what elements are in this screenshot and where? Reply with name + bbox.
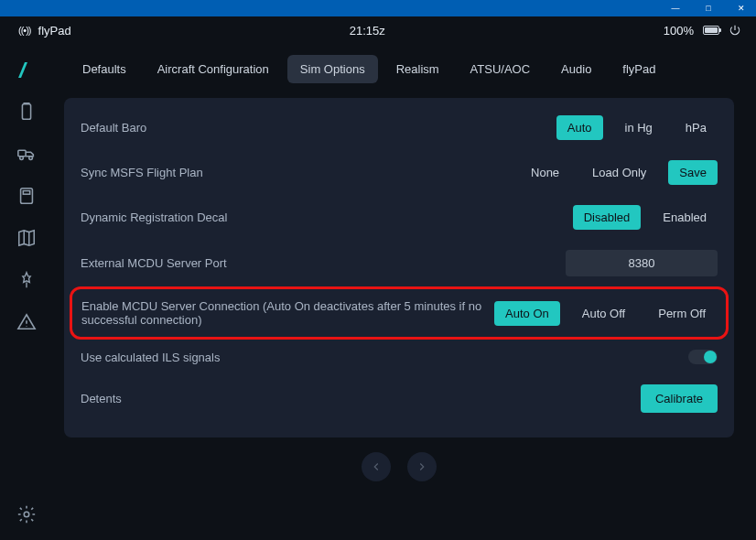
minimize-button[interactable]: —: [664, 2, 686, 15]
label-sync-flight-plan: Sync MSFS Flight Plan: [81, 166, 203, 179]
opt-mcdu-auto-off[interactable]: Auto Off: [571, 301, 636, 326]
tab-realism[interactable]: Realism: [383, 55, 452, 83]
sidebar: [0, 44, 53, 540]
svg-rect-1: [18, 150, 26, 156]
tab-atsu-aoc[interactable]: ATSU/AOC: [458, 55, 544, 83]
broadcast-icon: ((•)): [18, 25, 31, 36]
prev-page-button[interactable]: [362, 452, 391, 481]
label-detents: Detents: [81, 392, 122, 405]
row-ils-signals: Use calculated ILS signals: [79, 340, 719, 374]
sidebar-dispatch[interactable]: [14, 99, 39, 124]
maximize-button[interactable]: □: [697, 2, 719, 15]
row-sync-flight-plan: Sync MSFS Flight Plan None Load Only Sav…: [79, 150, 719, 195]
opt-mcdu-auto-on[interactable]: Auto On: [494, 301, 560, 326]
sidebar-ground[interactable]: [14, 141, 39, 167]
svg-point-2: [20, 157, 24, 160]
svg-rect-5: [23, 191, 29, 195]
top-statusbar: ((•)) flyPad 21:15z 100%: [0, 16, 756, 44]
opt-baro-hpa[interactable]: hPa: [675, 115, 718, 140]
sidebar-failures[interactable]: [14, 309, 39, 335]
sidebar-settings[interactable]: [14, 502, 39, 527]
app-title: flyPad: [38, 24, 71, 38]
opt-mcdu-perm-off[interactable]: Perm Off: [647, 301, 717, 326]
opt-decal-enabled[interactable]: Enabled: [652, 205, 718, 230]
pager: [64, 452, 734, 481]
svg-point-3: [29, 157, 33, 160]
label-ils-signals: Use calculated ILS signals: [81, 351, 220, 364]
opt-sync-load-only[interactable]: Load Only: [581, 160, 657, 185]
svg-rect-0: [22, 104, 30, 120]
label-mcdu-connection: Enable MCDU Server Connection (Auto On d…: [81, 299, 494, 327]
settings-panel: Default Baro Auto in Hg hPa Sync MSFS Fl…: [64, 98, 734, 437]
label-default-baro: Default Baro: [81, 121, 146, 135]
calibrate-button[interactable]: Calibrate: [641, 384, 718, 413]
tab-aircraft-configuration[interactable]: Aircraft Configuration: [145, 55, 282, 83]
label-mcdu-port: External MCDU Server Port: [81, 256, 227, 270]
settings-tabs: Defaults Aircraft Configuration Sim Opti…: [64, 51, 734, 87]
tab-flypad[interactable]: flyPad: [610, 55, 668, 83]
sidebar-atc[interactable]: [14, 267, 39, 293]
opt-baro-auto[interactable]: Auto: [556, 115, 603, 140]
tab-defaults[interactable]: Defaults: [70, 55, 139, 83]
row-detents: Detents Calibrate: [79, 374, 719, 423]
opt-sync-save[interactable]: Save: [668, 160, 718, 185]
battery-icon: [703, 26, 719, 35]
sidebar-performance[interactable]: [14, 183, 39, 209]
row-mcdu-connection: Enable MCDU Server Connection (Auto On d…: [70, 286, 729, 340]
content-area: Defaults Aircraft Configuration Sim Opti…: [53, 44, 756, 540]
battery-percent: 100%: [664, 24, 694, 38]
input-mcdu-port[interactable]: 8380: [566, 250, 718, 276]
tab-sim-options[interactable]: Sim Options: [287, 55, 378, 83]
row-mcdu-port: External MCDU Server Port 8380: [79, 240, 719, 286]
opt-sync-none[interactable]: None: [520, 160, 570, 185]
clock: 21:15z: [71, 24, 664, 38]
svg-point-6: [24, 512, 29, 517]
toggle-ils-signals[interactable]: [688, 350, 718, 364]
tab-audio[interactable]: Audio: [548, 55, 604, 83]
next-page-button[interactable]: [407, 452, 437, 481]
power-icon[interactable]: [729, 24, 741, 37]
window-titlebar: — □ ✕: [0, 0, 756, 16]
opt-decal-disabled[interactable]: Disabled: [573, 205, 642, 230]
row-default-baro: Default Baro Auto in Hg hPa: [79, 105, 719, 150]
sidebar-navigation[interactable]: [14, 225, 39, 251]
sidebar-dashboard[interactable]: [14, 57, 39, 82]
opt-baro-inhg[interactable]: in Hg: [614, 115, 664, 140]
close-button[interactable]: ✕: [730, 2, 752, 15]
row-registration-decal: Dynamic Registration Decal Disabled Enab…: [79, 195, 719, 240]
label-registration-decal: Dynamic Registration Decal: [81, 211, 227, 224]
